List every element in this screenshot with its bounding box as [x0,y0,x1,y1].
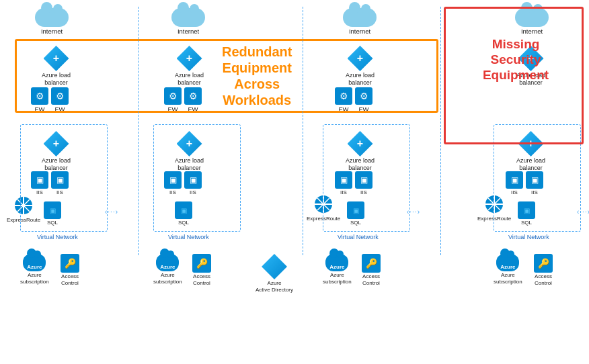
col4-iis2-label: IIS [531,189,538,196]
col3-sql: SQL [347,201,364,226]
col1-vnet-label: Virtual Network [37,234,78,240]
col4-iis2-icon [526,171,543,189]
col2-fw-row: FW FW [164,87,202,113]
col4-iis-row: IIS IIS [506,171,543,196]
col1-fw1-label: FW [35,105,45,113]
col2-lb-mid-icon [177,131,202,156]
col1-dots-icon: ‹···› [105,208,118,216]
col1-lb-mid-label: Azure loadbalancer [42,157,71,172]
col2-sql: SQL [175,201,192,226]
col1-internet: Internet [35,8,69,35]
col2-sub-icon: Azure [156,254,179,271]
col2-lb-top-label: Azure loadbalancer [175,72,204,87]
col1-sub-label: Azuresubscription [20,272,49,285]
col4-sql-icon [518,201,535,219]
col3-er-label: ExpressRoute [307,216,340,222]
col3-access: AccessControl [362,254,381,286]
col4-dots-icon: ‹···› [577,208,589,216]
col2-fw2-icon [184,87,202,105]
ad-label: AzureActive Directory [256,280,293,293]
col3-vnet-label: Virtual Network [338,234,379,240]
col3-lb-mid-label: Azure loadbalancer [346,157,375,172]
col1-vn-label: Virtual Network [37,234,78,240]
col1-fw2-icon [51,87,69,105]
col1-lb-top-label: Azure loadbalancer [42,72,71,87]
col2-fw1-icon [164,87,182,105]
col3-sql-label: SQL [350,220,361,226]
col1-lb-mid: Azure loadbalancer [42,131,71,172]
col2-fw2-label: FW [188,105,198,113]
col3-iis2-label: IIS [360,189,367,196]
diagram: Internet Azure loadbalancer FW FW Azure … [0,0,589,364]
col3-er-icon [313,193,334,215]
col1-dots: ‹···› [105,208,118,216]
col4-sub-icon: Azure [496,254,519,271]
col2-internet: Internet [171,8,205,35]
col4-internet-label: Internet [521,28,543,35]
col2-sql-label: SQL [178,220,189,226]
ad-icon [262,254,287,279]
col3-internet: Internet [343,8,377,35]
col2-iis2-label: IIS [190,189,196,196]
col4-iis1-label: IIS [511,189,518,196]
col2-lb-top-icon [177,46,202,71]
col4-vnet-label: Virtual Network [508,234,549,240]
col1-er-label: ExpressRoute [7,217,40,224]
col3-lb-top: Azure loadbalancer [346,46,375,87]
col4-internet: Internet [515,8,549,35]
col4-dots: ‹···› [577,208,589,216]
col2-sub: Azure Azuresubscription [153,254,182,285]
col4-er-label: ExpressRoute [477,216,511,222]
col2-iis1-label: IIS [169,189,176,196]
col1-lb-top-icon [44,46,69,71]
col4-lb-mid-icon [518,131,544,156]
col2-vn-label: Virtual Network [168,234,209,240]
col3-cloud-icon [343,8,377,27]
col4-sub: Azure Azuresubscription [494,254,522,285]
col3-dots: ‹···› [407,208,420,216]
col3-fw1-icon [335,87,352,105]
col1-fw1-icon [31,87,48,105]
col1-iis2-label: IIS [56,189,63,196]
col1-lb-top: Azure loadbalancer [42,46,71,87]
col3-er: ExpressRoute [307,193,340,222]
col4-iis1-icon [506,171,523,189]
col2-access: AccessControl [192,254,211,286]
sep-line-2 [303,7,304,255]
col3-iis2-icon [355,171,372,189]
col1-internet-label: Internet [41,28,63,35]
col4-vn-label: Virtual Network [508,234,549,240]
col4-sql-label: SQL [521,220,532,226]
col3-fw2-icon [355,87,372,105]
col2-vnet-label: Virtual Network [168,234,209,240]
col1-sub-icon: Azure [23,254,46,271]
col1-access: AccessControl [61,254,79,286]
sep-line-3 [440,7,442,255]
col1-sql: SQL [44,201,61,226]
col3-sql-icon [347,201,364,219]
col2-sql-icon [175,201,192,219]
col1-sql-icon [44,201,61,219]
col1-iis-row: IIS IIS [31,171,69,196]
active-directory: AzureActive Directory [256,254,293,293]
col4-sql: SQL [518,201,535,226]
col1-key-icon [61,254,79,273]
col2-lb-top: Azure loadbalancer [175,46,204,87]
col3-dots-icon: ‹···› [407,208,420,216]
col1-er-icon [13,195,34,216]
col3-fw1-label: FW [339,105,349,113]
col2-cloud-icon [171,8,205,27]
col3-internet-label: Internet [349,28,370,35]
col3-iis1-label: IIS [340,189,347,196]
col1-er: ExpressRoute [7,195,40,224]
col3-access-label: AccessControl [362,273,380,286]
col1-cloud-icon [35,8,69,27]
col4-access: AccessControl [534,254,553,286]
red-label: MissingSecurityEquipment [452,37,580,83]
col4-sub-label: Azuresubscription [494,272,522,285]
col3-iis-row: IIS IIS [335,171,372,196]
col3-vn-label: Virtual Network [338,234,379,240]
col4-cloud-icon [515,8,549,27]
col4-key-icon [534,254,553,273]
col2-iis2-icon [184,171,202,189]
